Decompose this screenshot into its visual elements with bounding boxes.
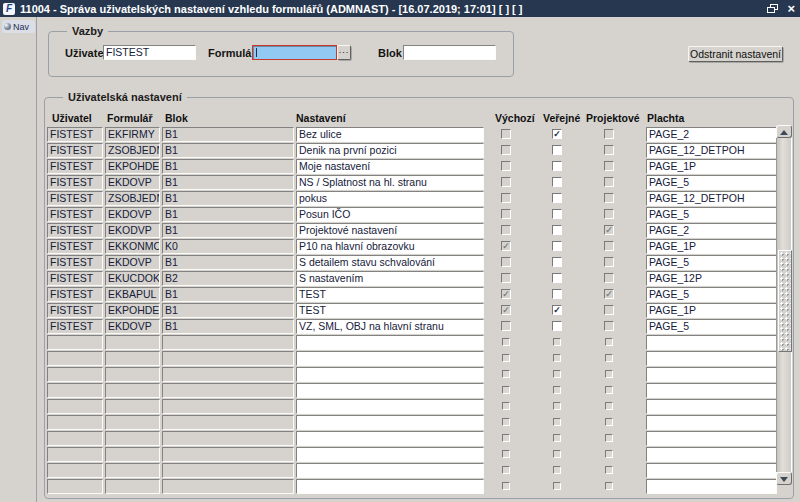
cell-formular[interactable] xyxy=(105,399,160,414)
cell-uzivatel[interactable]: FISTEST xyxy=(47,143,103,158)
checkbox-verejne[interactable] xyxy=(553,434,561,442)
cell-plachta[interactable]: PAGE_1P xyxy=(646,303,777,318)
checkbox-projektove[interactable] xyxy=(604,241,614,251)
checkbox-vychozi[interactable] xyxy=(502,434,510,442)
cell-formular[interactable] xyxy=(105,463,160,478)
cell-plachta[interactable]: PAGE_5 xyxy=(646,319,777,334)
formular-lov-button[interactable]: ... xyxy=(337,45,351,60)
cell-uzivatel[interactable]: FISTEST xyxy=(47,191,103,206)
checkbox-verejne[interactable] xyxy=(552,225,562,235)
cell-formular[interactable]: EKBAPUL xyxy=(105,287,160,302)
cell-blok[interactable]: B1 xyxy=(162,175,294,190)
checkbox-verejne[interactable] xyxy=(552,273,562,283)
checkbox-vychozi[interactable] xyxy=(502,482,510,490)
checkbox-projektove[interactable] xyxy=(605,466,613,474)
cell-uzivatel[interactable]: FISTEST xyxy=(47,319,103,334)
cell-blok[interactable] xyxy=(162,383,294,398)
checkbox-verejne[interactable] xyxy=(552,209,562,219)
cell-uzivatel[interactable]: FISTEST xyxy=(47,159,103,174)
cell-blok[interactable]: B1 xyxy=(162,223,294,238)
cell-blok[interactable] xyxy=(162,479,294,494)
cell-formular[interactable]: EKODVP xyxy=(105,223,160,238)
checkbox-vychozi[interactable] xyxy=(502,450,510,458)
cell-formular[interactable]: ZSOBJEDN xyxy=(105,191,160,206)
cell-uzivatel[interactable]: FISTEST xyxy=(47,239,103,254)
cell-plachta[interactable] xyxy=(646,431,777,446)
checkbox-verejne[interactable] xyxy=(552,321,562,331)
cell-formular[interactable]: ZSOBJEDN xyxy=(105,143,160,158)
cell-blok[interactable]: B1 xyxy=(162,127,294,142)
cell-plachta[interactable]: PAGE_5 xyxy=(646,207,777,222)
cell-plachta[interactable] xyxy=(646,415,777,430)
checkbox-vychozi[interactable] xyxy=(502,370,510,378)
checkbox-projektove[interactable] xyxy=(605,418,613,426)
cell-nastaveni[interactable]: Moje nastavení xyxy=(296,159,484,174)
cell-plachta[interactable]: PAGE_12_DETPOH xyxy=(646,143,777,158)
cell-blok[interactable] xyxy=(162,399,294,414)
scrollbar-track[interactable] xyxy=(776,138,792,472)
cell-nastaveni[interactable]: S detailem stavu schvalování xyxy=(296,255,484,270)
cell-nastaveni[interactable]: pokus xyxy=(296,191,484,206)
cell-nastaveni[interactable] xyxy=(296,367,484,382)
checkbox-verejne[interactable] xyxy=(553,354,561,362)
scrollbar-thumb[interactable] xyxy=(778,250,792,352)
uzivatel-input[interactable]: FISTEST xyxy=(103,45,196,60)
checkbox-verejne[interactable] xyxy=(552,177,562,187)
checkbox-vychozi[interactable] xyxy=(501,177,511,187)
checkbox-vychozi-checked[interactable]: ✓ xyxy=(501,241,511,251)
checkbox-verejne[interactable] xyxy=(553,450,561,458)
checkbox-verejne-checked[interactable]: ✓ xyxy=(552,129,562,139)
cell-nastaveni[interactable] xyxy=(296,351,484,366)
cell-formular[interactable]: EKDOVP xyxy=(105,207,160,222)
checkbox-verejne[interactable] xyxy=(552,193,562,203)
cell-blok[interactable]: B1 xyxy=(162,191,294,206)
checkbox-vychozi-checked[interactable]: ✓ xyxy=(501,305,511,315)
checkbox-projektove[interactable] xyxy=(604,145,614,155)
cell-uzivatel[interactable]: FISTEST xyxy=(47,127,103,142)
checkbox-projektove[interactable] xyxy=(604,129,614,139)
checkbox-projektove-checked[interactable]: ✓ xyxy=(604,289,614,299)
cell-blok[interactable]: B1 xyxy=(162,159,294,174)
cell-plachta[interactable] xyxy=(646,351,777,366)
nav-tab[interactable]: Nav xyxy=(2,20,35,33)
cell-formular[interactable] xyxy=(105,351,160,366)
cell-uzivatel[interactable]: FISTEST xyxy=(47,175,103,190)
cell-uzivatel[interactable]: FISTEST xyxy=(47,207,103,222)
checkbox-verejne[interactable] xyxy=(552,161,562,171)
checkbox-vychozi[interactable] xyxy=(502,338,510,346)
cell-plachta[interactable]: PAGE_5 xyxy=(646,175,777,190)
cell-nastaveni[interactable] xyxy=(296,399,484,414)
cell-uzivatel[interactable]: FISTEST xyxy=(47,303,103,318)
cell-formular[interactable] xyxy=(105,335,160,350)
checkbox-verejne[interactable] xyxy=(552,145,562,155)
cell-plachta[interactable]: PAGE_5 xyxy=(646,287,777,302)
checkbox-projektove[interactable] xyxy=(604,321,614,331)
cell-uzivatel[interactable] xyxy=(47,399,103,414)
cell-formular[interactable] xyxy=(105,415,160,430)
checkbox-verejne[interactable] xyxy=(552,241,562,251)
checkbox-verejne[interactable] xyxy=(553,482,561,490)
cell-nastaveni[interactable]: S nastavením xyxy=(296,271,484,286)
cell-uzivatel[interactable] xyxy=(47,335,103,350)
cell-blok[interactable]: B1 xyxy=(162,303,294,318)
cell-nastaveni[interactable]: TEST xyxy=(296,303,484,318)
cell-nastaveni[interactable] xyxy=(296,335,484,350)
checkbox-projektove[interactable] xyxy=(605,482,613,490)
cell-formular[interactable]: EKPOHDETP xyxy=(105,159,160,174)
checkbox-projektove[interactable] xyxy=(605,402,613,410)
cell-uzivatel[interactable]: FISTEST xyxy=(47,223,103,238)
cell-plachta[interactable]: PAGE_2 xyxy=(646,127,777,142)
cell-uzivatel[interactable]: FISTEST xyxy=(47,255,103,270)
cell-blok[interactable]: B1 xyxy=(162,287,294,302)
cell-formular[interactable] xyxy=(105,431,160,446)
cell-blok[interactable]: B1 xyxy=(162,143,294,158)
cell-uzivatel[interactable] xyxy=(47,431,103,446)
cell-uzivatel[interactable]: FISTEST xyxy=(47,287,103,302)
checkbox-projektove[interactable] xyxy=(605,370,613,378)
formular-input[interactable] xyxy=(252,45,337,60)
checkbox-vychozi[interactable] xyxy=(501,225,511,235)
checkbox-verejne[interactable] xyxy=(553,386,561,394)
cell-nastaveni[interactable] xyxy=(296,383,484,398)
cell-uzivatel[interactable] xyxy=(47,479,103,494)
restore-window-icon[interactable] xyxy=(767,4,779,14)
